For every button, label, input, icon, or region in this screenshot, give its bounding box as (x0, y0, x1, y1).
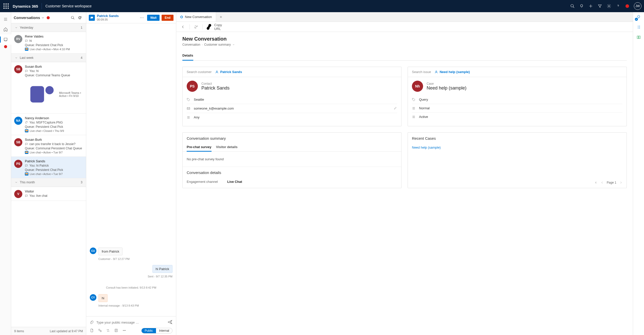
avatar: RV (14, 35, 22, 43)
copy-url-button[interactable]: Copy URL (205, 23, 222, 31)
inbox-icon[interactable] (0, 34, 11, 45)
search-customer-input[interactable]: Search customer (187, 70, 212, 74)
smart-assist-icon[interactable]: 4 (635, 14, 642, 20)
gear-icon[interactable] (604, 0, 614, 12)
customer-link[interactable]: Patrick Sands (215, 70, 242, 74)
chevron-down-icon[interactable] (41, 16, 45, 20)
end-button[interactable]: End (162, 15, 173, 21)
field-pref[interactable]: Any (194, 115, 397, 119)
field-type[interactable]: Query (419, 98, 622, 101)
field-priority[interactable]: Normal (419, 106, 622, 110)
panel-search-icon[interactable] (69, 14, 76, 21)
tab-label: New Conversation (185, 15, 212, 19)
more-icon[interactable] (122, 328, 127, 333)
group-lastweek[interactable]: Last week 4 (11, 54, 86, 62)
consult-icon[interactable] (98, 328, 102, 333)
wait-button[interactable]: Wait (147, 15, 160, 21)
plus-icon[interactable] (586, 0, 595, 12)
user-avatar[interactable]: JW (634, 2, 641, 10)
note-icon[interactable] (90, 328, 94, 333)
conversations-title: Conversations (14, 15, 40, 20)
convo-name: Rene Valdes (25, 34, 83, 38)
chat-body[interactable]: CU from Patrick Customer - 9/7 12:27 PM … (86, 23, 176, 316)
convo-item-patrick[interactable]: PS Patrick Sands You: hi Patrick Queue: … (11, 157, 86, 178)
tab-details[interactable]: Details (182, 51, 193, 61)
tab-visitor[interactable]: Visitor details (216, 143, 238, 151)
convo-preview: hi (29, 39, 32, 43)
search-icon[interactable] (568, 0, 577, 12)
convo-item-visitor[interactable]: V Visitor You: live chat (11, 187, 86, 201)
convo-preview: can you transfer it back to Jessie? (29, 142, 75, 146)
back-icon[interactable] (179, 23, 187, 31)
attachment-icon (25, 121, 28, 124)
item-count: 9 items (14, 329, 24, 333)
chat-column: Patrick Sands 00:09:35 ⋯ Wait End CU fro… (86, 12, 176, 335)
convo-queue: Queue: Communal Persistent Chat Queue (25, 147, 82, 150)
field-email[interactable]: someone_k@example.com (194, 107, 390, 110)
send-icon[interactable] (167, 320, 172, 325)
crumb-summary[interactable]: Customer summary (204, 43, 231, 46)
svg-point-19 (216, 71, 218, 72)
add-tab-icon[interactable] (216, 12, 226, 22)
chat-icon (25, 194, 28, 197)
svg-point-2 (8, 4, 9, 5)
field-status[interactable]: Active (419, 115, 622, 119)
conversation-summary-card: Conversation summary Pre-chat survey Vis… (182, 132, 402, 188)
convo-item-nancy[interactable]: NA Nancy Anderson You: MSFTCapture.PNG Q… (11, 114, 86, 135)
seg-internal[interactable]: Internal (156, 328, 172, 333)
group-thismonth[interactable]: This month 3 (11, 178, 86, 187)
issue-link[interactable]: Need help (sample) (434, 70, 470, 74)
convo-queue: Queue: Persistent Chat Pick (25, 43, 63, 47)
svg-rect-12 (30, 86, 44, 102)
knowledge-book-icon[interactable] (635, 34, 642, 41)
customer-link-label: Patrick Sands (220, 70, 242, 74)
chat-header-name[interactable]: Patrick Sands (97, 14, 137, 18)
prev-page-icon[interactable] (601, 181, 604, 184)
search-issue-input[interactable]: Search issue (412, 70, 431, 74)
chat-icon (25, 164, 28, 167)
convo-item-rene[interactable]: RV Rene Valdes hi Queue: Persistent Chat… (11, 32, 86, 54)
chat-more-icon[interactable]: ⋯ (139, 14, 145, 21)
group-yesterday[interactable]: Yesterday 1 (11, 23, 86, 32)
menu-icon[interactable] (0, 14, 11, 24)
refresh-icon[interactable] (76, 14, 83, 21)
first-page-icon[interactable] (595, 181, 598, 184)
app-launcher-icon[interactable] (3, 3, 10, 10)
knowledge-icon[interactable] (114, 328, 119, 333)
visibility-segment[interactable]: Public Internal (141, 328, 172, 333)
tab-prechat[interactable]: Pre-chat survey (187, 143, 212, 152)
group-label: Yesterday (20, 26, 33, 29)
svg-point-6 (4, 8, 5, 9)
chat-icon (25, 39, 28, 42)
brand-label: Dynamics 365 (13, 4, 38, 8)
bulb-icon[interactable] (577, 0, 586, 12)
field-city[interactable]: Seattle (194, 98, 397, 101)
help-icon[interactable] (614, 0, 623, 12)
open-in-new-icon[interactable] (192, 23, 200, 31)
chat-icon (25, 69, 28, 73)
attachment-icon[interactable] (90, 321, 94, 325)
home-icon[interactable] (0, 24, 11, 34)
recent-case-link[interactable]: Need help (sample) (408, 143, 626, 152)
transfer-icon[interactable] (106, 328, 111, 333)
filter-icon[interactable] (595, 0, 604, 12)
livechat-badge-icon (25, 172, 28, 175)
svg-point-13 (45, 86, 54, 94)
next-page-icon[interactable] (619, 181, 622, 184)
edit-icon[interactable] (394, 106, 397, 111)
issue-link-label: Need help (sample) (440, 70, 470, 74)
kv-value: Live Chat (227, 180, 242, 184)
chat-icon (25, 143, 28, 146)
convo-item-susan1[interactable]: SB Susan Burk You: hi Queue: Communal Te… (11, 62, 86, 114)
conversations-list[interactable]: Yesterday 1 RV Rene Valdes hi Queue: Per… (11, 23, 86, 327)
right-content[interactable]: New Conversation Conversation · Customer… (176, 32, 633, 335)
chevron-down-icon[interactable] (232, 43, 235, 46)
convo-name: Susan Burk (25, 65, 83, 68)
compose-input[interactable] (96, 319, 165, 326)
workspace-tab[interactable]: New Conversation (176, 12, 216, 22)
seg-public[interactable]: Public (142, 328, 156, 333)
convo-item-susan2[interactable]: SB Susan Burk can you transfer it back t… (11, 135, 86, 157)
convo-name: Susan Burk (25, 138, 83, 142)
checklist-icon[interactable] (635, 24, 642, 30)
svg-point-0 (4, 4, 5, 5)
